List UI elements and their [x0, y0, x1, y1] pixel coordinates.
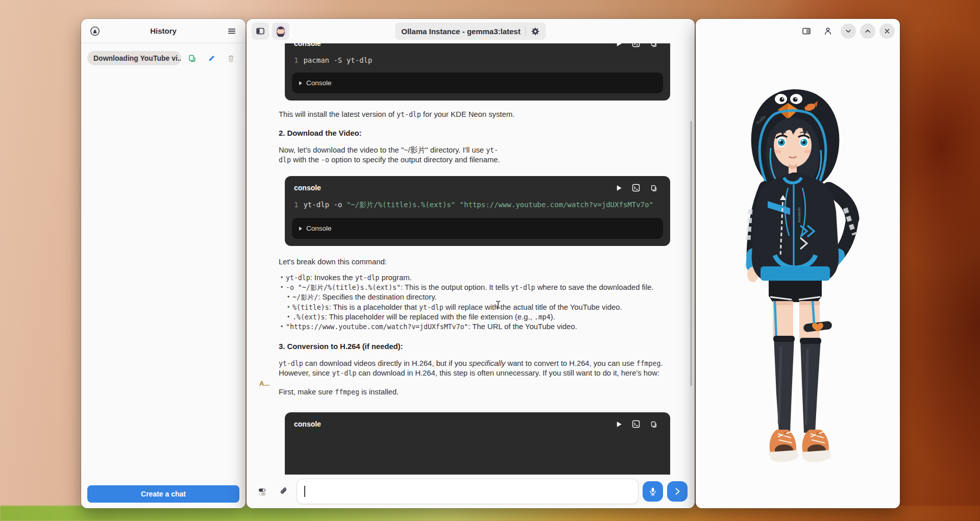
- console-block-ffmpeg: console: [285, 412, 670, 475]
- voice-input-button[interactable]: [643, 481, 663, 502]
- heading-convert: 3. Conversion to H.264 (if needed):: [279, 342, 670, 352]
- sidebar-toggle-icon: [802, 27, 811, 36]
- chevron-down-icon: [845, 28, 852, 35]
- console-expander[interactable]: Console: [292, 72, 663, 93]
- run-button[interactable]: [610, 181, 627, 194]
- character-stage: sudo: [696, 43, 900, 508]
- terminal-button[interactable]: [627, 43, 645, 50]
- edit-pencil-icon: [207, 54, 216, 63]
- paragraph-ffmpeg: First, make sure ffmpeg is installed.: [279, 387, 670, 397]
- copy-code-button[interactable]: [645, 181, 662, 194]
- message-input-bar: [247, 475, 695, 508]
- console-block-title: console: [294, 184, 610, 192]
- expand-button[interactable]: [860, 23, 875, 39]
- message-scroll-area[interactable]: console 1pacman -S yt-dlp Console This w…: [247, 43, 695, 475]
- scrollbar[interactable]: [690, 121, 692, 386]
- console-block-title: console: [294, 43, 610, 47]
- user-icon: [823, 27, 832, 36]
- chat-window: Ollama Instance - gemma3:latest: [247, 19, 695, 508]
- viewer-sidebar-toggle-button[interactable]: [798, 22, 815, 40]
- paragraph-breakdown: Let's break down this command:: [279, 257, 670, 267]
- console-block-title: console: [294, 420, 610, 428]
- send-chevron-icon: [673, 487, 682, 496]
- attach-file-button[interactable]: [275, 483, 292, 500]
- paragraph-convert: yt-dlp can download videos directly in H…: [279, 359, 670, 378]
- history-titlebar: History: [81, 19, 246, 43]
- text-cursor: [495, 301, 501, 309]
- anime-character-illustration: sudo: [724, 87, 872, 475]
- send-button[interactable]: [667, 481, 688, 502]
- copy-code-button[interactable]: [645, 417, 662, 431]
- chat-list-item: Downloading YouTube vi...: [87, 49, 239, 67]
- list-item: .%(ext)s: This placeholder will be repla…: [279, 312, 670, 322]
- model-avatar-button[interactable]: [272, 22, 289, 40]
- character-viewer-window: sudo: [696, 19, 900, 508]
- paragraph-now-line2: dlp with the -o option to specify the ou…: [279, 155, 670, 165]
- message-sender-label: A...: [259, 380, 270, 387]
- viewer-user-button[interactable]: [819, 22, 837, 40]
- command-breakdown-list: yt-dlp: Invokes the yt-dlp program. -o "…: [279, 273, 670, 332]
- message-input[interactable]: [297, 479, 639, 504]
- chat-titlebar: Ollama Instance - gemma3:latest: [247, 19, 695, 43]
- app-avatar-button[interactable]: [86, 22, 104, 40]
- chevron-right-icon: [299, 227, 302, 231]
- title-separator: [526, 26, 526, 36]
- paragraph-now-line1: Now, let's download the video to the "~/…: [279, 145, 670, 155]
- console-block-download: console 1yt-dlp -o "~/影片/%(title)s.%(ext…: [285, 176, 670, 246]
- instance-model-menu-button[interactable]: Ollama Instance - gemma3:latest: [395, 22, 546, 40]
- history-window: History Downloading YouTube vi...: [81, 19, 246, 508]
- svg-text:A: A: [816, 431, 820, 437]
- microphone-icon: [648, 487, 657, 496]
- list-item: -o "~/影片/%(title)s.%(ext)s": This is the…: [279, 283, 670, 292]
- model-options-button[interactable]: [254, 483, 271, 500]
- terminal-button[interactable]: [627, 181, 645, 194]
- chat-title: Ollama Instance - gemma3:latest: [401, 27, 520, 36]
- attachment-paperclip-icon: [279, 487, 288, 496]
- sidebar-toggle-icon: [256, 27, 265, 36]
- hamburger-icon: [227, 27, 236, 36]
- close-icon: [884, 28, 891, 35]
- console-expander[interactable]: Console: [292, 218, 663, 239]
- paragraph-install: This will install the latest version of …: [279, 110, 670, 119]
- console-block-install: console 1pacman -S yt-dlp Console: [285, 43, 670, 101]
- chevron-right-icon: [299, 81, 302, 85]
- gear-icon: [531, 27, 540, 36]
- copy-icon: [188, 54, 197, 63]
- run-button[interactable]: [610, 417, 627, 431]
- list-item: %(title)s: This is a placeholder that yt…: [279, 303, 670, 312]
- run-button[interactable]: [610, 43, 627, 50]
- menu-button[interactable]: [223, 22, 240, 40]
- toggles-icon: [258, 487, 267, 497]
- alpaca-avatar-icon: [90, 26, 100, 36]
- code-line: 1pacman -S yt-dlp: [285, 52, 670, 67]
- terminal-button[interactable]: [627, 417, 645, 431]
- collapse-button[interactable]: [841, 23, 856, 39]
- list-item: "https://www.youtube.com/watch?v=jdUXfsM…: [279, 322, 670, 332]
- create-chat-button[interactable]: Create a chat: [87, 485, 239, 503]
- chat-list: Downloading YouTube vi...: [81, 43, 246, 73]
- sneaker-right: A: [801, 430, 831, 462]
- list-item: ~/影片/: Specifies the destination directo…: [279, 292, 670, 302]
- code-line: 1yt-dlp -o "~/影片/%(title)s.%(ext)s" "htt…: [285, 196, 670, 213]
- svg-text:A: A: [783, 431, 787, 437]
- text-caret: [304, 486, 305, 497]
- trash-icon: [227, 54, 235, 63]
- close-button[interactable]: [879, 23, 895, 39]
- list-item: yt-dlp: Invokes the yt-dlp program.: [279, 273, 670, 283]
- chevron-up-icon: [864, 28, 871, 35]
- chat-item-label[interactable]: Downloading YouTube vi...: [87, 51, 181, 65]
- sneaker-left: A: [769, 430, 798, 462]
- model-avatar: [274, 24, 287, 38]
- duplicate-chat-button[interactable]: [183, 49, 201, 67]
- delete-chat-button[interactable]: [222, 49, 239, 67]
- svg-text:systema: systema: [797, 207, 802, 222]
- viewer-titlebar: [696, 19, 900, 43]
- rename-chat-button[interactable]: [203, 49, 220, 67]
- heading-download: 2. Download the Video:: [279, 129, 670, 138]
- history-title: History: [104, 27, 223, 35]
- sidebar-toggle-button[interactable]: [252, 22, 269, 40]
- copy-code-button[interactable]: [645, 43, 662, 50]
